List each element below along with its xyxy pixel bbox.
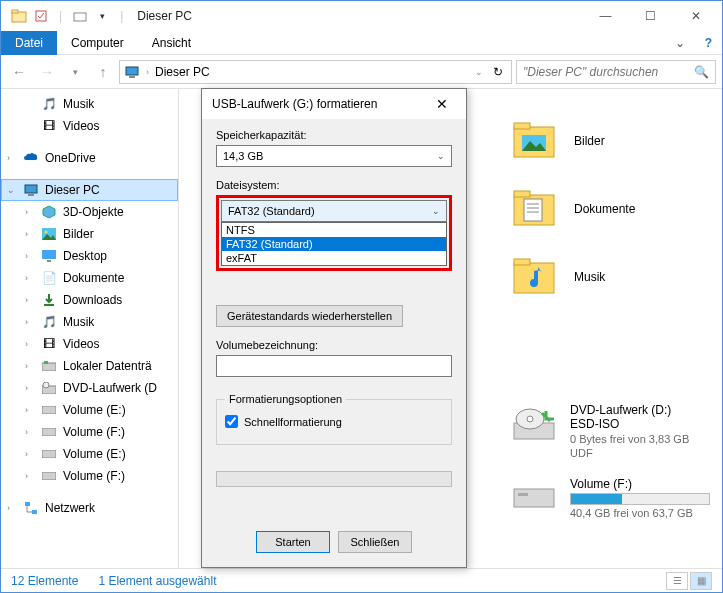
svg-rect-17 xyxy=(42,406,56,414)
filesystem-label: Dateisystem: xyxy=(216,179,452,191)
recent-locations-icon[interactable]: ▾ xyxy=(63,60,87,84)
music-folder-icon xyxy=(512,255,556,299)
quick-format-checkbox[interactable]: Schnellformatierung xyxy=(225,415,443,428)
search-box[interactable]: 🔍 xyxy=(516,60,716,84)
qat-new-folder-icon[interactable] xyxy=(72,8,88,24)
drive-icon xyxy=(41,402,57,418)
dialog-close-button[interactable]: ✕ xyxy=(428,94,456,114)
tree-item-dvd[interactable]: ›DVD-Laufwerk (D xyxy=(1,377,178,399)
svg-rect-14 xyxy=(44,361,48,364)
drive-dvd[interactable]: DVD-Laufwerk (D:) ESD-ISO 0 Bytes frei v… xyxy=(512,403,702,459)
qat-properties-icon[interactable] xyxy=(33,8,49,24)
fs-option-exfat[interactable]: exFAT xyxy=(222,251,446,265)
svg-rect-6 xyxy=(25,185,37,193)
svg-rect-3 xyxy=(74,13,86,21)
folder-label: Dokumente xyxy=(574,202,635,216)
close-button[interactable]: ✕ xyxy=(673,1,718,31)
drive-volf[interactable]: Volume (F:) 40,4 GB frei von 63,7 GB xyxy=(512,477,702,519)
capacity-label: Speicherkapazität: xyxy=(216,129,452,141)
tree-item-volf2[interactable]: ›Volume (F:) xyxy=(1,465,178,487)
view-details-icon[interactable]: ☰ xyxy=(666,572,688,590)
progress-bar xyxy=(216,471,452,487)
search-input[interactable] xyxy=(523,65,694,79)
svg-rect-28 xyxy=(524,199,542,221)
svg-rect-20 xyxy=(42,472,56,480)
tree-item-network[interactable]: ›Netzwerk xyxy=(1,497,178,519)
drive-icon xyxy=(41,358,57,374)
tree-item-documents[interactable]: ›📄Dokumente xyxy=(1,267,178,289)
format-options-label: Formatierungsoptionen xyxy=(225,393,346,405)
up-button[interactable]: ↑ xyxy=(91,60,115,84)
breadcrumb[interactable]: Dieser PC xyxy=(155,65,210,79)
video-icon: 🎞 xyxy=(41,336,57,352)
address-field[interactable]: › Dieser PC ⌄ ↻ xyxy=(119,60,512,84)
minimize-button[interactable]: — xyxy=(583,1,628,31)
drive-filesystem: UDF xyxy=(570,447,702,459)
close-button[interactable]: Schließen xyxy=(338,531,412,553)
tree-item-thispc[interactable]: ⌄Dieser PC xyxy=(1,179,178,201)
capacity-select[interactable]: 14,3 GB⌄ xyxy=(216,145,452,167)
start-button[interactable]: Starten xyxy=(256,531,330,553)
tree-item-vole2[interactable]: ›Volume (E:) xyxy=(1,443,178,465)
drive-usage-bar xyxy=(570,493,710,505)
tree-item-volf[interactable]: ›Volume (F:) xyxy=(1,421,178,443)
fs-option-fat32[interactable]: FAT32 (Standard) xyxy=(222,237,446,251)
pc-icon xyxy=(124,64,140,80)
svg-rect-37 xyxy=(514,489,554,507)
folder-pictures[interactable]: Bilder xyxy=(512,119,702,163)
tree-item-videos[interactable]: 🎞Videos xyxy=(1,115,178,137)
tree-item-desktop[interactable]: ›Desktop xyxy=(1,245,178,267)
status-count: 12 Elemente xyxy=(11,574,78,588)
documents-folder-icon xyxy=(512,187,556,231)
forward-button[interactable]: → xyxy=(35,60,59,84)
dvd-icon xyxy=(41,380,57,396)
tree-item-vole[interactable]: ›Volume (E:) xyxy=(1,399,178,421)
fs-option-ntfs[interactable]: NTFS xyxy=(222,223,446,237)
filesystem-dropdown: NTFS FAT32 (Standard) exFAT xyxy=(221,222,447,266)
desktop-icon xyxy=(41,248,57,264)
qat-dropdown-icon[interactable]: ▾ xyxy=(94,8,110,24)
help-icon[interactable]: ? xyxy=(695,36,722,50)
svg-rect-38 xyxy=(518,493,528,496)
svg-rect-10 xyxy=(42,250,56,259)
restore-defaults-button[interactable]: Gerätestandards wiederherstellen xyxy=(216,305,403,327)
svg-rect-27 xyxy=(514,191,530,197)
chevron-down-icon: ⌄ xyxy=(437,151,445,161)
dvd-drive-icon xyxy=(512,407,556,441)
folder-music[interactable]: Musik xyxy=(512,255,702,299)
drive-icon xyxy=(41,424,57,440)
address-dropdown-icon[interactable]: ⌄ xyxy=(475,67,483,77)
tree-item-music[interactable]: 🎵Musik xyxy=(1,93,178,115)
folder-documents[interactable]: Dokumente xyxy=(512,187,702,231)
tab-computer[interactable]: Computer xyxy=(57,31,138,55)
tree-item-onedrive[interactable]: ›OneDrive xyxy=(1,147,178,169)
drive-icon xyxy=(41,446,57,462)
tab-view[interactable]: Ansicht xyxy=(138,31,205,55)
svg-rect-1 xyxy=(12,10,18,13)
drive-icon xyxy=(41,468,57,484)
drive-icon xyxy=(512,481,556,515)
svg-rect-19 xyxy=(42,450,56,458)
chevron-down-icon: ⌄ xyxy=(432,206,440,216)
filesystem-select[interactable]: FAT32 (Standard)⌄ xyxy=(221,200,447,222)
ribbon-expand-icon[interactable]: ⌄ xyxy=(665,36,695,50)
svg-rect-7 xyxy=(28,194,34,196)
back-button[interactable]: ← xyxy=(7,60,31,84)
tree-item-pictures[interactable]: ›Bilder xyxy=(1,223,178,245)
tree-item-videos2[interactable]: ›🎞Videos xyxy=(1,333,178,355)
tab-file[interactable]: Datei xyxy=(1,31,57,55)
pictures-icon xyxy=(41,226,57,242)
tree-item-3dobjects[interactable]: ›3D-Objekte xyxy=(1,201,178,223)
maximize-button[interactable]: ☐ xyxy=(628,1,673,31)
tree-item-localdisk[interactable]: ›Lokaler Datenträ xyxy=(1,355,178,377)
volume-label-input[interactable] xyxy=(216,355,452,377)
view-icons-icon[interactable]: ▦ xyxy=(690,572,712,590)
tree-item-music2[interactable]: ›🎵Musik xyxy=(1,311,178,333)
refresh-icon[interactable]: ↻ xyxy=(489,65,507,79)
tree-item-downloads[interactable]: ›Downloads xyxy=(1,289,178,311)
search-icon[interactable]: 🔍 xyxy=(694,65,709,79)
music-icon: 🎵 xyxy=(41,314,57,330)
downloads-icon xyxy=(41,292,57,308)
format-options-group: Formatierungsoptionen Schnellformatierun… xyxy=(216,393,452,445)
music-icon: 🎵 xyxy=(41,96,57,112)
